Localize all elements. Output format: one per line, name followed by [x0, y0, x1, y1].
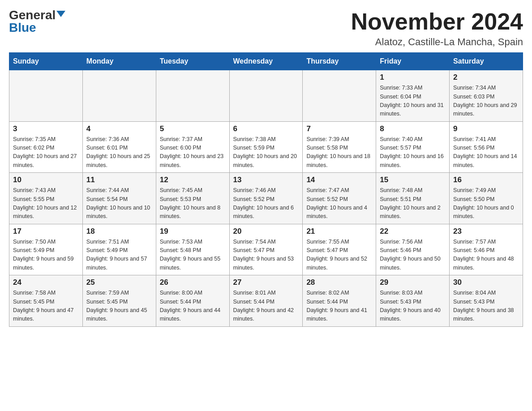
logo-general-text: General — [9, 9, 56, 21]
day-number: 1 — [380, 73, 446, 82]
day-info: Sunrise: 7:44 AMSunset: 5:54 PMDaylight:… — [86, 186, 152, 221]
calendar-week-row: 24Sunrise: 7:58 AMSunset: 5:45 PMDayligh… — [9, 275, 523, 327]
calendar-cell: 10Sunrise: 7:43 AMSunset: 5:55 PMDayligh… — [9, 173, 83, 224]
day-info: Sunrise: 8:04 AMSunset: 5:43 PMDaylight:… — [453, 289, 519, 324]
calendar-header-row: SundayMondayTuesdayWednesdayThursdayFrid… — [9, 53, 523, 70]
column-header-monday: Monday — [82, 53, 156, 70]
day-number: 27 — [233, 278, 299, 287]
calendar-cell: 29Sunrise: 8:03 AMSunset: 5:43 PMDayligh… — [376, 275, 450, 327]
day-info: Sunrise: 7:34 AMSunset: 6:03 PMDaylight:… — [453, 84, 519, 119]
calendar-cell: 21Sunrise: 7:55 AMSunset: 5:47 PMDayligh… — [303, 224, 376, 275]
column-header-tuesday: Tuesday — [156, 53, 229, 70]
page-header: General Blue November 2024 Alatoz, Casti… — [9, 9, 523, 48]
day-info: Sunrise: 7:51 AMSunset: 5:49 PMDaylight:… — [86, 238, 152, 273]
day-number: 20 — [233, 227, 299, 236]
calendar-week-row: 3Sunrise: 7:35 AMSunset: 6:02 PMDaylight… — [9, 121, 523, 173]
calendar-cell: 16Sunrise: 7:49 AMSunset: 5:50 PMDayligh… — [450, 173, 523, 224]
day-info: Sunrise: 7:38 AMSunset: 5:59 PMDaylight:… — [233, 135, 299, 170]
calendar-cell: 22Sunrise: 7:56 AMSunset: 5:46 PMDayligh… — [376, 224, 450, 275]
day-info: Sunrise: 8:03 AMSunset: 5:43 PMDaylight:… — [380, 289, 446, 324]
calendar-cell: 6Sunrise: 7:38 AMSunset: 5:59 PMDaylight… — [229, 121, 303, 173]
calendar-cell: 25Sunrise: 7:59 AMSunset: 5:45 PMDayligh… — [82, 275, 156, 327]
day-number: 5 — [160, 124, 226, 133]
calendar-cell — [82, 70, 156, 122]
day-number: 8 — [380, 124, 446, 133]
day-number: 17 — [13, 227, 79, 236]
day-number: 25 — [86, 278, 152, 287]
month-year-title: November 2024 — [351, 9, 523, 34]
day-info: Sunrise: 7:58 AMSunset: 5:45 PMDaylight:… — [13, 289, 79, 324]
day-info: Sunrise: 7:46 AMSunset: 5:52 PMDaylight:… — [233, 186, 299, 221]
day-info: Sunrise: 7:49 AMSunset: 5:50 PMDaylight:… — [453, 186, 519, 221]
day-number: 23 — [453, 227, 519, 236]
calendar-cell: 15Sunrise: 7:48 AMSunset: 5:51 PMDayligh… — [376, 173, 450, 224]
day-info: Sunrise: 7:41 AMSunset: 5:56 PMDaylight:… — [453, 135, 519, 170]
day-info: Sunrise: 7:59 AMSunset: 5:45 PMDaylight:… — [86, 289, 152, 324]
location-title: Alatoz, Castille-La Mancha, Spain — [351, 36, 523, 48]
day-number: 9 — [453, 124, 519, 133]
day-info: Sunrise: 7:39 AMSunset: 5:58 PMDaylight:… — [306, 135, 372, 170]
calendar-cell: 14Sunrise: 7:47 AMSunset: 5:52 PMDayligh… — [303, 173, 376, 224]
calendar-week-row: 10Sunrise: 7:43 AMSunset: 5:55 PMDayligh… — [9, 173, 523, 224]
day-number: 13 — [233, 176, 299, 184]
day-info: Sunrise: 7:54 AMSunset: 5:47 PMDaylight:… — [233, 238, 299, 273]
calendar-cell: 4Sunrise: 7:36 AMSunset: 6:01 PMDaylight… — [82, 121, 156, 173]
day-number: 3 — [13, 124, 79, 133]
calendar-cell — [229, 70, 303, 122]
day-info: Sunrise: 7:40 AMSunset: 5:57 PMDaylight:… — [380, 135, 446, 170]
day-info: Sunrise: 7:35 AMSunset: 6:02 PMDaylight:… — [13, 135, 79, 170]
day-number: 12 — [160, 176, 226, 184]
day-number: 15 — [380, 176, 446, 184]
day-number: 16 — [453, 176, 519, 184]
column-header-sunday: Sunday — [9, 53, 83, 70]
calendar-cell: 20Sunrise: 7:54 AMSunset: 5:47 PMDayligh… — [229, 224, 303, 275]
day-number: 6 — [233, 124, 299, 133]
day-info: Sunrise: 8:00 AMSunset: 5:44 PMDaylight:… — [160, 289, 226, 324]
calendar-cell: 8Sunrise: 7:40 AMSunset: 5:57 PMDaylight… — [376, 121, 450, 173]
day-info: Sunrise: 7:37 AMSunset: 6:00 PMDaylight:… — [160, 135, 226, 170]
calendar-cell — [9, 70, 83, 122]
day-info: Sunrise: 8:02 AMSunset: 5:44 PMDaylight:… — [306, 289, 372, 324]
calendar-cell — [303, 70, 376, 122]
day-info: Sunrise: 7:33 AMSunset: 6:04 PMDaylight:… — [380, 84, 446, 119]
day-number: 29 — [380, 278, 446, 287]
title-block: November 2024 Alatoz, Castille-La Mancha… — [351, 9, 523, 48]
calendar-cell — [156, 70, 229, 122]
calendar-cell: 1Sunrise: 7:33 AMSunset: 6:04 PMDaylight… — [376, 70, 450, 122]
day-number: 18 — [86, 227, 152, 236]
day-info: Sunrise: 7:43 AMSunset: 5:55 PMDaylight:… — [13, 186, 79, 221]
day-number: 24 — [13, 278, 79, 287]
day-info: Sunrise: 7:53 AMSunset: 5:48 PMDaylight:… — [160, 238, 226, 273]
logo: General Blue — [9, 9, 65, 34]
calendar-cell: 12Sunrise: 7:45 AMSunset: 5:53 PMDayligh… — [156, 173, 229, 224]
day-number: 22 — [380, 227, 446, 236]
day-number: 21 — [306, 227, 372, 236]
calendar-cell: 17Sunrise: 7:50 AMSunset: 5:49 PMDayligh… — [9, 224, 83, 275]
calendar-cell: 13Sunrise: 7:46 AMSunset: 5:52 PMDayligh… — [229, 173, 303, 224]
calendar-cell: 24Sunrise: 7:58 AMSunset: 5:45 PMDayligh… — [9, 275, 83, 327]
day-number: 10 — [13, 176, 79, 184]
day-number: 28 — [306, 278, 372, 287]
calendar-cell: 18Sunrise: 7:51 AMSunset: 5:49 PMDayligh… — [82, 224, 156, 275]
day-number: 11 — [86, 176, 152, 184]
calendar-cell: 7Sunrise: 7:39 AMSunset: 5:58 PMDaylight… — [303, 121, 376, 173]
calendar-week-row: 1Sunrise: 7:33 AMSunset: 6:04 PMDaylight… — [9, 70, 523, 122]
calendar-cell: 28Sunrise: 8:02 AMSunset: 5:44 PMDayligh… — [303, 275, 376, 327]
day-info: Sunrise: 7:56 AMSunset: 5:46 PMDaylight:… — [380, 238, 446, 273]
calendar-cell: 9Sunrise: 7:41 AMSunset: 5:56 PMDaylight… — [450, 121, 523, 173]
calendar-cell: 23Sunrise: 7:57 AMSunset: 5:46 PMDayligh… — [450, 224, 523, 275]
calendar-cell: 27Sunrise: 8:01 AMSunset: 5:44 PMDayligh… — [229, 275, 303, 327]
column-header-thursday: Thursday — [303, 53, 376, 70]
calendar-week-row: 17Sunrise: 7:50 AMSunset: 5:49 PMDayligh… — [9, 224, 523, 275]
calendar-cell: 30Sunrise: 8:04 AMSunset: 5:43 PMDayligh… — [450, 275, 523, 327]
calendar-table: SundayMondayTuesdayWednesdayThursdayFrid… — [9, 52, 523, 327]
logo-blue-text: Blue — [9, 21, 36, 34]
calendar-cell: 26Sunrise: 8:00 AMSunset: 5:44 PMDayligh… — [156, 275, 229, 327]
logo-triangle-icon — [56, 11, 65, 17]
day-info: Sunrise: 7:47 AMSunset: 5:52 PMDaylight:… — [306, 186, 372, 221]
day-info: Sunrise: 7:45 AMSunset: 5:53 PMDaylight:… — [160, 186, 226, 221]
day-number: 14 — [306, 176, 372, 184]
calendar-cell: 2Sunrise: 7:34 AMSunset: 6:03 PMDaylight… — [450, 70, 523, 122]
day-number: 7 — [306, 124, 372, 133]
day-info: Sunrise: 7:50 AMSunset: 5:49 PMDaylight:… — [13, 238, 79, 273]
